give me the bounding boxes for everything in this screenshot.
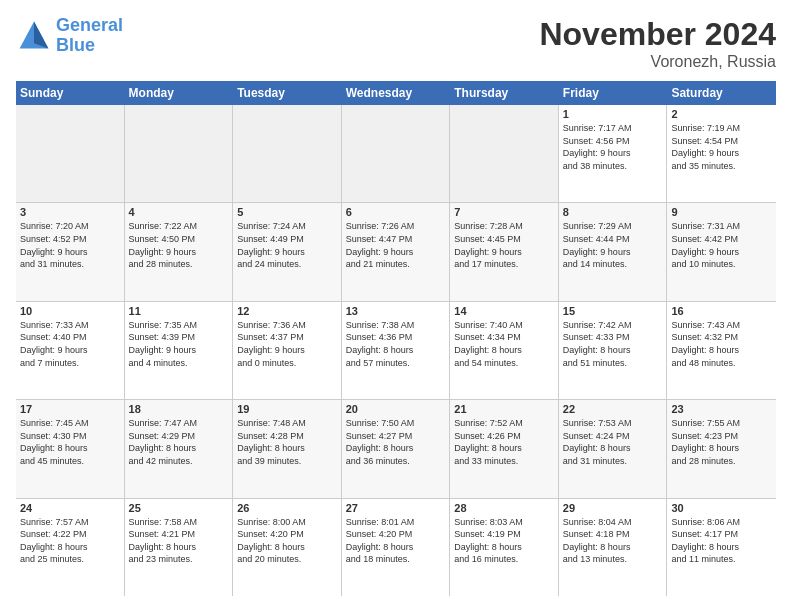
calendar-cell-w2d3: 5Sunrise: 7:24 AM Sunset: 4:49 PM Daylig… — [233, 203, 342, 300]
day-number: 8 — [563, 206, 663, 218]
day-number: 4 — [129, 206, 229, 218]
logo-icon — [16, 18, 52, 54]
header-tuesday: Tuesday — [233, 81, 342, 105]
day-number: 22 — [563, 403, 663, 415]
header-wednesday: Wednesday — [342, 81, 451, 105]
day-number: 14 — [454, 305, 554, 317]
day-info: Sunrise: 7:40 AM Sunset: 4:34 PM Dayligh… — [454, 319, 554, 369]
day-number: 27 — [346, 502, 446, 514]
calendar-cell-w5d7: 30Sunrise: 8:06 AM Sunset: 4:17 PM Dayli… — [667, 499, 776, 596]
header-sunday: Sunday — [16, 81, 125, 105]
day-number: 5 — [237, 206, 337, 218]
calendar-cell-w2d1: 3Sunrise: 7:20 AM Sunset: 4:52 PM Daylig… — [16, 203, 125, 300]
day-number: 7 — [454, 206, 554, 218]
day-number: 15 — [563, 305, 663, 317]
calendar-cell-w3d7: 16Sunrise: 7:43 AM Sunset: 4:32 PM Dayli… — [667, 302, 776, 399]
calendar-cell-w1d4 — [342, 105, 451, 202]
calendar-cell-w5d4: 27Sunrise: 8:01 AM Sunset: 4:20 PM Dayli… — [342, 499, 451, 596]
day-number: 2 — [671, 108, 772, 120]
day-number: 28 — [454, 502, 554, 514]
calendar-cell-w4d1: 17Sunrise: 7:45 AM Sunset: 4:30 PM Dayli… — [16, 400, 125, 497]
day-info: Sunrise: 7:24 AM Sunset: 4:49 PM Dayligh… — [237, 220, 337, 270]
calendar-cell-w3d1: 10Sunrise: 7:33 AM Sunset: 4:40 PM Dayli… — [16, 302, 125, 399]
calendar-cell-w4d7: 23Sunrise: 7:55 AM Sunset: 4:23 PM Dayli… — [667, 400, 776, 497]
calendar-week-3: 10Sunrise: 7:33 AM Sunset: 4:40 PM Dayli… — [16, 302, 776, 400]
day-number: 23 — [671, 403, 772, 415]
month-title: November 2024 — [539, 16, 776, 53]
day-info: Sunrise: 7:48 AM Sunset: 4:28 PM Dayligh… — [237, 417, 337, 467]
day-number: 1 — [563, 108, 663, 120]
day-number: 26 — [237, 502, 337, 514]
day-info: Sunrise: 7:55 AM Sunset: 4:23 PM Dayligh… — [671, 417, 772, 467]
calendar-cell-w5d5: 28Sunrise: 8:03 AM Sunset: 4:19 PM Dayli… — [450, 499, 559, 596]
day-info: Sunrise: 7:19 AM Sunset: 4:54 PM Dayligh… — [671, 122, 772, 172]
calendar-cell-w3d3: 12Sunrise: 7:36 AM Sunset: 4:37 PM Dayli… — [233, 302, 342, 399]
day-number: 12 — [237, 305, 337, 317]
calendar-cell-w1d5 — [450, 105, 559, 202]
day-info: Sunrise: 7:22 AM Sunset: 4:50 PM Dayligh… — [129, 220, 229, 270]
location: Voronezh, Russia — [539, 53, 776, 71]
day-number: 20 — [346, 403, 446, 415]
calendar-body: 1Sunrise: 7:17 AM Sunset: 4:56 PM Daylig… — [16, 105, 776, 596]
calendar-cell-w1d3 — [233, 105, 342, 202]
day-info: Sunrise: 7:50 AM Sunset: 4:27 PM Dayligh… — [346, 417, 446, 467]
day-info: Sunrise: 8:01 AM Sunset: 4:20 PM Dayligh… — [346, 516, 446, 566]
logo-text: General Blue — [56, 16, 123, 56]
day-info: Sunrise: 7:17 AM Sunset: 4:56 PM Dayligh… — [563, 122, 663, 172]
calendar-cell-w1d1 — [16, 105, 125, 202]
day-info: Sunrise: 7:43 AM Sunset: 4:32 PM Dayligh… — [671, 319, 772, 369]
calendar-cell-w2d6: 8Sunrise: 7:29 AM Sunset: 4:44 PM Daylig… — [559, 203, 668, 300]
day-info: Sunrise: 7:26 AM Sunset: 4:47 PM Dayligh… — [346, 220, 446, 270]
logo-line2: Blue — [56, 35, 95, 55]
calendar-cell-w1d2 — [125, 105, 234, 202]
day-number: 19 — [237, 403, 337, 415]
calendar-cell-w5d1: 24Sunrise: 7:57 AM Sunset: 4:22 PM Dayli… — [16, 499, 125, 596]
day-info: Sunrise: 8:06 AM Sunset: 4:17 PM Dayligh… — [671, 516, 772, 566]
day-info: Sunrise: 7:20 AM Sunset: 4:52 PM Dayligh… — [20, 220, 120, 270]
calendar-cell-w2d4: 6Sunrise: 7:26 AM Sunset: 4:47 PM Daylig… — [342, 203, 451, 300]
day-info: Sunrise: 7:29 AM Sunset: 4:44 PM Dayligh… — [563, 220, 663, 270]
day-number: 18 — [129, 403, 229, 415]
day-number: 29 — [563, 502, 663, 514]
calendar-cell-w5d6: 29Sunrise: 8:04 AM Sunset: 4:18 PM Dayli… — [559, 499, 668, 596]
calendar-cell-w4d3: 19Sunrise: 7:48 AM Sunset: 4:28 PM Dayli… — [233, 400, 342, 497]
calendar-header: Sunday Monday Tuesday Wednesday Thursday… — [16, 81, 776, 105]
day-number: 17 — [20, 403, 120, 415]
header-saturday: Saturday — [667, 81, 776, 105]
day-info: Sunrise: 8:03 AM Sunset: 4:19 PM Dayligh… — [454, 516, 554, 566]
day-number: 13 — [346, 305, 446, 317]
calendar: Sunday Monday Tuesday Wednesday Thursday… — [16, 81, 776, 596]
calendar-cell-w3d4: 13Sunrise: 7:38 AM Sunset: 4:36 PM Dayli… — [342, 302, 451, 399]
day-info: Sunrise: 7:52 AM Sunset: 4:26 PM Dayligh… — [454, 417, 554, 467]
day-number: 9 — [671, 206, 772, 218]
day-info: Sunrise: 7:28 AM Sunset: 4:45 PM Dayligh… — [454, 220, 554, 270]
page: General Blue November 2024 Voronezh, Rus… — [0, 0, 792, 612]
calendar-cell-w5d2: 25Sunrise: 7:58 AM Sunset: 4:21 PM Dayli… — [125, 499, 234, 596]
calendar-cell-w4d6: 22Sunrise: 7:53 AM Sunset: 4:24 PM Dayli… — [559, 400, 668, 497]
calendar-cell-w1d7: 2Sunrise: 7:19 AM Sunset: 4:54 PM Daylig… — [667, 105, 776, 202]
logo-line1: General — [56, 15, 123, 35]
day-number: 16 — [671, 305, 772, 317]
calendar-cell-w4d2: 18Sunrise: 7:47 AM Sunset: 4:29 PM Dayli… — [125, 400, 234, 497]
day-info: Sunrise: 7:42 AM Sunset: 4:33 PM Dayligh… — [563, 319, 663, 369]
header-friday: Friday — [559, 81, 668, 105]
day-info: Sunrise: 7:58 AM Sunset: 4:21 PM Dayligh… — [129, 516, 229, 566]
header-thursday: Thursday — [450, 81, 559, 105]
calendar-cell-w4d4: 20Sunrise: 7:50 AM Sunset: 4:27 PM Dayli… — [342, 400, 451, 497]
day-info: Sunrise: 7:53 AM Sunset: 4:24 PM Dayligh… — [563, 417, 663, 467]
day-info: Sunrise: 8:00 AM Sunset: 4:20 PM Dayligh… — [237, 516, 337, 566]
day-number: 11 — [129, 305, 229, 317]
day-info: Sunrise: 7:38 AM Sunset: 4:36 PM Dayligh… — [346, 319, 446, 369]
day-info: Sunrise: 7:45 AM Sunset: 4:30 PM Dayligh… — [20, 417, 120, 467]
day-info: Sunrise: 8:04 AM Sunset: 4:18 PM Dayligh… — [563, 516, 663, 566]
logo: General Blue — [16, 16, 123, 56]
calendar-cell-w1d6: 1Sunrise: 7:17 AM Sunset: 4:56 PM Daylig… — [559, 105, 668, 202]
calendar-cell-w3d6: 15Sunrise: 7:42 AM Sunset: 4:33 PM Dayli… — [559, 302, 668, 399]
day-number: 21 — [454, 403, 554, 415]
header-monday: Monday — [125, 81, 234, 105]
day-number: 10 — [20, 305, 120, 317]
calendar-week-5: 24Sunrise: 7:57 AM Sunset: 4:22 PM Dayli… — [16, 499, 776, 596]
calendar-cell-w3d5: 14Sunrise: 7:40 AM Sunset: 4:34 PM Dayli… — [450, 302, 559, 399]
day-number: 24 — [20, 502, 120, 514]
calendar-week-2: 3Sunrise: 7:20 AM Sunset: 4:52 PM Daylig… — [16, 203, 776, 301]
